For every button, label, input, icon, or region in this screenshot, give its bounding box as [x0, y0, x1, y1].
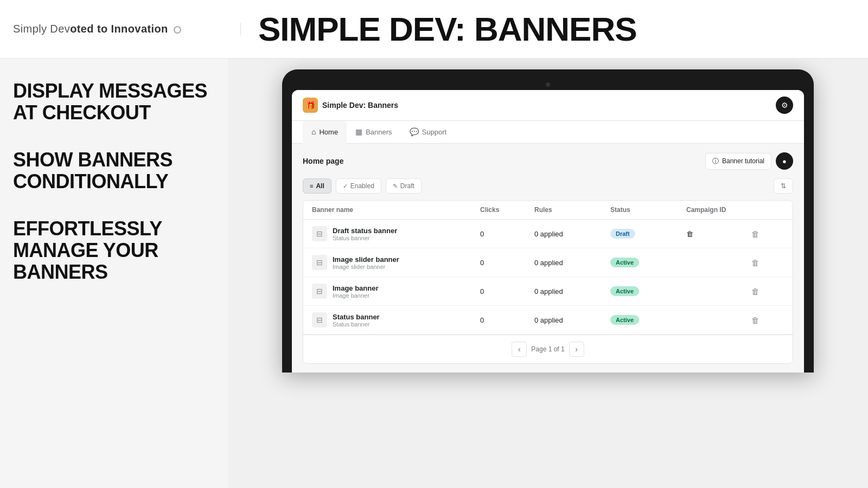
banner-clicks-1: 0	[480, 230, 534, 238]
campaign-icon-1: 🗑	[686, 230, 693, 238]
banner-row-icon-2: ⊟	[312, 255, 327, 270]
table-row: ⊟ Image slider banner Image slider banne…	[303, 248, 793, 277]
tablet-mockup: 🎁 Simple Dev: Banners ⚙ ⌂ Home	[282, 69, 814, 373]
app-icon: 🎁	[303, 98, 318, 113]
banner-primary-name-2: Image slider banner	[333, 255, 399, 264]
banner-secondary-name-1: Status banner	[333, 235, 397, 241]
banner-name-info-3: Image banner Image banner	[333, 284, 379, 299]
profile-button[interactable]: ●	[776, 152, 793, 170]
filter-all-button[interactable]: ≡ All	[303, 178, 331, 194]
banner-name-cell-4: ⊟ Status banner Status banner	[312, 312, 480, 328]
tutorial-label: Banner tutorial	[722, 157, 764, 165]
page-title: SIMPLE DEV: BANNERS	[258, 12, 855, 46]
banner-status-3: Active	[610, 286, 686, 296]
logo-text-bold: oted to Innovation	[70, 23, 168, 35]
banner-status-2: Active	[610, 258, 686, 267]
app-topbar: 🎁 Simple Dev: Banners ⚙	[292, 90, 804, 121]
banner-action-3[interactable]: 🗑	[751, 287, 784, 296]
home-icon: ⌂	[311, 127, 316, 136]
filter-all-label: All	[316, 182, 324, 190]
status-badge-draft-1: Draft	[610, 229, 635, 239]
app-icon-emoji: 🎁	[306, 101, 315, 110]
next-page-button[interactable]: ›	[569, 342, 584, 357]
table-filter-right: ⇅	[774, 178, 793, 194]
tablet-inner: 🎁 Simple Dev: Banners ⚙ ⌂ Home	[292, 90, 804, 373]
table-header: Banner name Clicks Rules Status Campaign…	[303, 201, 793, 220]
banner-row-icon-1: ⊟	[312, 226, 327, 241]
delete-button-4[interactable]: 🗑	[751, 316, 760, 325]
banner-action-2[interactable]: 🗑	[751, 258, 784, 267]
col-campaign-id: Campaign ID	[686, 206, 751, 214]
col-status: Status	[610, 206, 686, 214]
app-section-header: Home page ⓘ Banner tutorial ●	[303, 152, 793, 170]
status-badge-active-2: Active	[610, 258, 639, 267]
banners-icon: ▦	[355, 127, 362, 136]
prev-page-button[interactable]: ‹	[512, 342, 527, 357]
right-area: 🎁 Simple Dev: Banners ⚙ ⌂ Home	[228, 59, 868, 488]
col-banner-name: Banner name	[312, 206, 480, 214]
logo-icon	[174, 26, 181, 34]
banner-clicks-2: 0	[480, 259, 534, 267]
banner-rules-4: 0 applied	[534, 316, 610, 324]
filter-draft-icon: ✎	[393, 183, 398, 190]
filter-enabled-button[interactable]: ✓ Enabled	[336, 178, 381, 194]
status-badge-active-4: Active	[610, 315, 639, 325]
tab-banners-label: Banners	[366, 128, 392, 136]
banner-tutorial-button[interactable]: ⓘ Banner tutorial	[705, 153, 771, 170]
delete-button-1[interactable]: 🗑	[751, 229, 760, 239]
logo-text: Simply Devoted to Innovation	[13, 23, 171, 35]
table-row: ⊟ Draft status banner Status banner 0 0 …	[303, 220, 793, 248]
filter-all-icon: ≡	[310, 183, 313, 189]
feature-text-1: DISPLAY MESSAGES AT CHECKOUT	[13, 80, 215, 123]
status-badge-active-3: Active	[610, 286, 639, 296]
delete-button-3[interactable]: 🗑	[751, 287, 760, 296]
page-title-area: SIMPLE DEV: BANNERS	[241, 12, 855, 46]
banner-clicks-3: 0	[480, 287, 534, 296]
filter-draft-label: Draft	[400, 182, 414, 190]
table-row: ⊟ Status banner Status banner 0 0 applie…	[303, 306, 793, 335]
col-clicks: Clicks	[480, 206, 534, 214]
banner-action-4[interactable]: 🗑	[751, 316, 784, 325]
section-title: Home page	[303, 157, 343, 165]
app-topbar-right: ⚙	[776, 97, 793, 114]
feature-text-3: EFFORTLESSLY MANAGE YOUR BANNERS	[13, 218, 215, 282]
app-nav: ⌂ Home ▦ Banners 💬 Support	[292, 121, 804, 144]
banner-rules-3: 0 applied	[534, 287, 610, 296]
tab-home[interactable]: ⌂ Home	[303, 121, 347, 144]
banner-secondary-name-3: Image banner	[333, 292, 379, 299]
col-actions	[751, 206, 784, 214]
filter-bar: ≡ All ✓ Enabled ✎ Draft	[303, 178, 793, 194]
sort-button[interactable]: ⇅	[774, 178, 793, 194]
banner-secondary-name-4: Status banner	[333, 321, 380, 328]
delete-button-2[interactable]: 🗑	[751, 258, 760, 267]
top-header: Simply Devoted to Innovation SIMPLE DEV:…	[0, 0, 868, 59]
banner-campaign-1: 🗑	[686, 230, 751, 238]
banner-name-cell-3: ⊟ Image banner Image banner	[312, 284, 480, 299]
banner-clicks-4: 0	[480, 316, 534, 324]
tab-banners[interactable]: ▦ Banners	[347, 121, 400, 144]
tablet-camera-bar	[292, 79, 804, 90]
page-info: Page 1 of 1	[531, 345, 564, 353]
support-icon: 💬	[410, 127, 419, 136]
banner-action-1[interactable]: 🗑	[751, 229, 784, 239]
tab-home-label: Home	[319, 128, 338, 136]
filter-enabled-icon: ✓	[343, 183, 348, 190]
settings-button[interactable]: ⚙	[776, 97, 793, 114]
table-footer: ‹ Page 1 of 1 ›	[303, 335, 793, 363]
filter-draft-button[interactable]: ✎ Draft	[386, 178, 422, 194]
tab-support-label: Support	[422, 128, 447, 136]
banner-name-cell-1: ⊟ Draft status banner Status banner	[312, 226, 480, 241]
banner-status-4: Active	[610, 315, 686, 325]
feature-text-2: SHOW BANNERS CONDITIONALLY	[13, 149, 215, 192]
tab-support[interactable]: 💬 Support	[401, 121, 456, 144]
banner-rules-2: 0 applied	[534, 259, 610, 267]
banner-row-icon-4: ⊟	[312, 312, 327, 328]
app-chrome: 🎁 Simple Dev: Banners ⚙ ⌂ Home	[292, 90, 804, 373]
banner-primary-name-4: Status banner	[333, 313, 380, 321]
banner-row-icon-3: ⊟	[312, 284, 327, 299]
left-sidebar: DISPLAY MESSAGES AT CHECKOUT SHOW BANNER…	[0, 59, 228, 488]
banner-name-cell-2: ⊟ Image slider banner Image slider banne…	[312, 255, 480, 270]
banner-secondary-name-2: Image slider banner	[333, 264, 399, 270]
tablet-camera	[546, 82, 550, 87]
banner-name-info-1: Draft status banner Status banner	[333, 227, 397, 241]
